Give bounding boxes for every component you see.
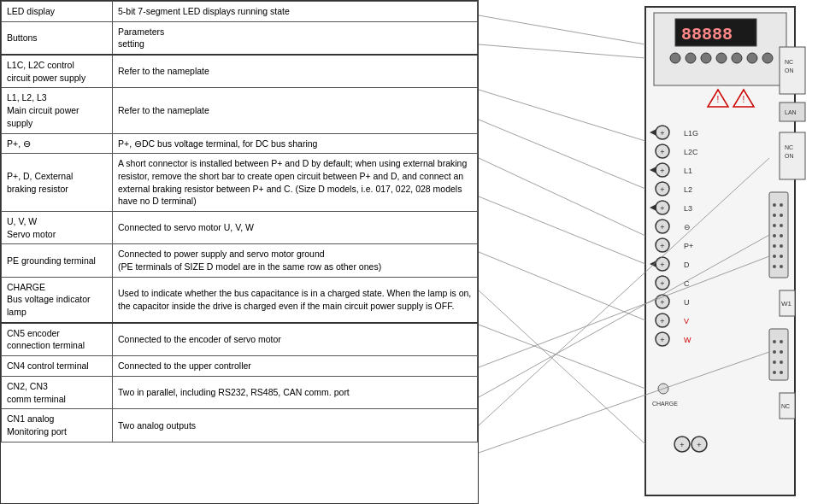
svg-text:NC: NC [781,403,790,409]
row-description-pe: Connected to power supply and servo moto… [113,244,478,277]
svg-point-26 [780,214,783,217]
svg-point-46 [773,371,776,374]
row-label-charge: CHARGE Bus voltage indicator lamp [2,277,113,323]
svg-point-9 [762,53,773,63]
table-row-cn1: CN1 analog Monitoring portTwo analog out… [2,409,478,442]
svg-line-96 [479,15,645,44]
row-description-cn1: Two analog outputs [113,409,478,442]
svg-point-35 [773,265,776,268]
svg-text:L2C: L2C [684,148,698,156]
row-label-l1c-l2c: L1C, L2C control circuit power supply [2,55,113,88]
svg-line-102 [479,252,645,320]
svg-rect-39 [769,329,788,380]
row-label-cn2-cn3: CN2, CN3 comm terminal [2,376,113,408]
svg-text:!: ! [743,95,745,104]
svg-point-25 [773,214,776,217]
svg-rect-22 [769,192,788,278]
row-label-cn4: CN4 control terminal [2,356,113,377]
svg-line-97 [479,44,645,58]
svg-point-33 [773,255,776,258]
svg-text:+: + [660,185,664,194]
table-row-cn4: CN4 control terminalConnected to the upp… [2,356,478,377]
svg-point-23 [773,203,776,207]
row-description-l1-l2-l3: Refer to the nameplate [113,88,478,133]
table-row-l1c-l2c: L1C, L2C control circuit power supplyRef… [2,55,478,88]
svg-point-42 [773,350,776,354]
svg-line-104 [479,325,645,389]
svg-point-3 [670,53,680,63]
table-row-cn5: CN5 encoder connection terminalConnected… [2,323,478,356]
row-description-cn2-cn3: Two in parallel, including RS232, RS485,… [113,376,478,408]
svg-text:+: + [660,261,664,269]
svg-point-32 [780,244,783,248]
svg-text:!: ! [717,95,720,104]
svg-point-4 [686,53,696,63]
row-label-cn1: CN1 analog Monitoring port [2,409,113,442]
row-label-buttons: Buttons [2,21,113,55]
svg-point-36 [780,265,783,268]
svg-point-7 [732,53,742,63]
components-table: LED display5-bit 7-segment LED displays … [0,0,479,504]
svg-point-41 [780,340,783,343]
svg-point-40 [773,340,776,343]
row-description-p-d-c: A short connector is installed between P… [113,154,478,212]
row-description-charge: Used to indicate whether the bus capacit… [113,277,478,323]
svg-text:⊖: ⊖ [684,223,691,231]
svg-point-29 [773,234,776,237]
svg-text:NC: NC [785,144,793,150]
svg-text:+: + [660,204,664,213]
svg-text:P+: P+ [684,242,693,250]
table-row-pplus-minus: P+, ⊖P+, ⊖DC bus voltage terminal, for D… [2,133,478,154]
svg-point-44 [773,360,776,364]
row-label-cn5: CN5 encoder connection terminal [2,323,113,356]
svg-text:LAN: LAN [785,109,797,115]
svg-text:U: U [684,298,690,307]
drive-diagram-svg: 88888 ! ! NC ON LAN NC ON [479,0,818,504]
row-label-led-display: LED display [2,2,113,22]
svg-point-31 [773,244,776,248]
svg-text:+: + [660,148,664,156]
table-row-p-d-c: P+, D, Cexternal braking resistorA short… [2,154,478,212]
svg-point-8 [747,53,757,63]
table-row-pe: PE grounding terminalConnected to power … [2,244,478,277]
svg-text:+: + [660,317,664,325]
svg-text:+: + [697,441,701,449]
svg-text:+: + [660,242,664,250]
row-label-pplus-minus: P+, ⊖ [2,133,113,154]
svg-text:+: + [660,279,664,288]
svg-point-6 [716,53,727,63]
svg-point-27 [773,224,776,227]
table-row-buttons: ButtonsParameters setting [2,21,478,55]
table-row-l1-l2-l3: L1, L2, L3 Main circuit power supplyRefe… [2,88,478,133]
drive-diagram-panel: 88888 ! ! NC ON LAN NC ON [479,0,818,504]
svg-text:W1: W1 [781,300,792,308]
svg-line-100 [479,158,645,236]
svg-text:L3: L3 [684,204,692,213]
row-description-l1c-l2c: Refer to the nameplate [113,55,478,88]
svg-line-101 [479,196,645,264]
svg-point-47 [780,371,783,374]
row-description-pplus-minus: P+, ⊖DC bus voltage terminal, for DC bus… [113,133,478,154]
row-description-uvw: Connected to servo motor U, V, W [113,211,478,243]
svg-text:D: D [684,261,690,269]
svg-text:+: + [660,298,664,307]
svg-text:+: + [680,441,684,449]
table-row-cn2-cn3: CN2, CN3 comm terminalTwo in parallel, i… [2,376,478,408]
row-label-pe: PE grounding terminal [2,244,113,277]
row-description-buttons: Parameters setting [113,21,478,55]
svg-point-34 [780,255,783,258]
svg-text:ON: ON [785,67,794,73]
svg-point-45 [780,360,783,364]
svg-line-99 [479,120,645,189]
svg-text:W: W [684,336,691,344]
row-label-l1-l2-l3: L1, L2, L3 Main circuit power supply [2,88,113,133]
svg-line-98 [479,90,645,141]
svg-point-30 [780,234,783,237]
svg-point-24 [780,203,783,207]
table-row-charge: CHARGE Bus voltage indicator lampUsed to… [2,277,478,323]
row-description-cn5: Connected to the encoder of servo motor [113,323,478,356]
row-label-uvw: U, V, W Servo motor [2,211,113,243]
svg-text:+: + [660,129,664,138]
svg-point-5 [701,53,711,63]
led-digits: 88888 [681,25,733,44]
